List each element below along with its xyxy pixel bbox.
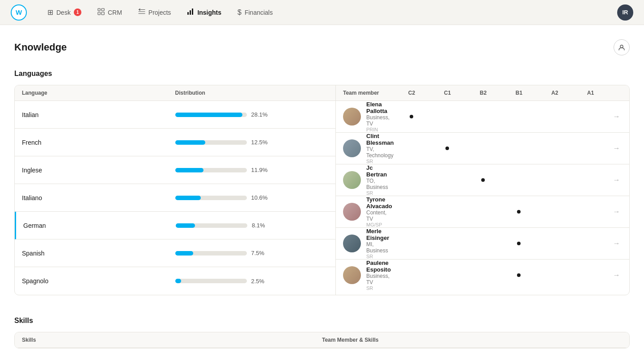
member-info: Paulene Esposito Business, TV SR: [343, 260, 394, 291]
member-info: Clint Blessman TV, Technology SR: [343, 133, 394, 164]
member-arrow[interactable]: →: [608, 113, 624, 121]
bar-fill: [175, 113, 242, 117]
language-row[interactable]: Spanish 7.5%: [15, 239, 335, 267]
member-dept: TV, Technology: [366, 146, 394, 159]
col-skills: Skills: [22, 337, 322, 343]
level-b2: [465, 178, 501, 182]
member-arrow[interactable]: →: [608, 176, 624, 184]
nav-item-financials[interactable]: $ Financials: [231, 5, 279, 20]
svg-rect-1: [98, 12, 100, 15]
member-arrow[interactable]: →: [608, 208, 624, 216]
member-arrow[interactable]: →: [608, 271, 624, 279]
member-role: SR: [366, 285, 394, 291]
language-row[interactable]: Italian 28.1%: [15, 101, 335, 129]
bar-label: 8.1%: [252, 222, 265, 229]
distribution-cell: 10.6%: [175, 194, 329, 201]
languages-table: Language Distribution Italian 28.1% Fren…: [14, 85, 630, 295]
bar-fill: [175, 279, 181, 283]
level-b1: [501, 210, 537, 214]
crm-icon: [97, 8, 105, 17]
member-row[interactable]: Jc Bertran TO, Business SR →: [336, 164, 630, 196]
level-dot: [445, 147, 449, 150]
nav-item-desk[interactable]: ⊞ Desk 1: [41, 4, 88, 20]
member-text: Paulene Esposito Business, TV SR: [366, 260, 394, 291]
level-c2: [394, 115, 429, 118]
languages-section: Languages Language Distribution Italian …: [14, 70, 630, 295]
col-team-member-skills: Team Member & Skills: [322, 337, 622, 343]
col-c1: C1: [429, 90, 465, 96]
avatar: [343, 171, 361, 189]
split-table: Language Distribution Italian 28.1% Fren…: [15, 85, 629, 295]
distribution-cell: 2.5%: [175, 278, 329, 285]
member-dept: Business, TV: [366, 114, 394, 127]
level-dot: [410, 115, 413, 118]
lang-name: German: [23, 222, 176, 229]
nav-item-projects[interactable]: Projects: [132, 4, 178, 21]
lang-name: Spanish: [22, 250, 175, 257]
member-name: Elena Pallotta: [366, 101, 394, 114]
member-row[interactable]: Tyrone Alvacado Content, TV MG/SP →: [336, 196, 630, 228]
skills-section: Skills Skills Team Member & Skills: [14, 317, 630, 348]
avatar: [343, 266, 361, 284]
member-name: Clint Blessman: [366, 133, 394, 146]
bar-fill: [175, 168, 203, 172]
lang-name: Spagnolo: [22, 277, 175, 285]
level-dot: [481, 178, 485, 182]
member-text: Elena Pallotta Business, TV PRIN: [366, 101, 394, 132]
member-role: PRIN: [366, 127, 394, 132]
main-content: Knowledge Languages Language Distributio…: [0, 25, 644, 352]
bar-label: 2.5%: [251, 278, 265, 285]
bar-bg: [175, 279, 247, 283]
language-row[interactable]: Italiano 10.6%: [15, 184, 335, 212]
left-panel: Language Distribution Italian 28.1% Fren…: [15, 85, 336, 295]
avatar: [343, 203, 361, 221]
member-row[interactable]: Merle Eisinger MI, Business SR →: [336, 228, 630, 260]
member-row[interactable]: Clint Blessman TV, Technology SR →: [336, 133, 630, 164]
bar-bg: [175, 196, 247, 200]
svg-rect-4: [187, 12, 189, 15]
bar-bg: [175, 251, 247, 256]
member-dept: Content, TV: [366, 210, 394, 222]
lang-name: Inglese: [22, 167, 175, 174]
col-team-member: Team member: [343, 90, 394, 96]
level-dot: [517, 242, 521, 245]
member-arrow[interactable]: →: [608, 144, 624, 152]
language-row[interactable]: Inglese 11.9%: [15, 156, 335, 184]
languages-title: Languages: [14, 70, 630, 78]
member-dept: TO, Business: [366, 178, 394, 190]
page-action-icon[interactable]: [614, 39, 630, 55]
logo[interactable]: W: [11, 4, 27, 21]
svg-rect-5: [190, 10, 191, 15]
member-text: Merle Eisinger MI, Business SR: [366, 228, 394, 259]
language-row[interactable]: French 12.5%: [15, 129, 335, 156]
financials-icon: $: [237, 8, 242, 17]
user-avatar[interactable]: IR: [617, 4, 633, 21]
level-c1: [429, 147, 465, 150]
language-row[interactable]: Spagnolo 2.5%: [15, 267, 335, 295]
bar-label: 10.6%: [251, 194, 268, 201]
col-distribution: Distribution: [175, 90, 329, 96]
member-row[interactable]: Elena Pallotta Business, TV PRIN →: [336, 101, 630, 133]
bar-fill: [176, 223, 195, 228]
language-row[interactable]: German 8.1%: [15, 212, 335, 239]
skills-table: Skills Team Member & Skills: [14, 332, 630, 348]
member-name: Paulene Esposito: [366, 260, 394, 273]
member-role: SR: [366, 159, 394, 164]
lang-name: French: [22, 139, 175, 146]
member-row[interactable]: Paulene Esposito Business, TV SR →: [336, 260, 630, 291]
svg-point-7: [620, 45, 623, 48]
svg-rect-2: [102, 8, 104, 11]
avatar: [343, 108, 361, 126]
navbar: W ⊞ Desk 1 CRM: [0, 0, 644, 25]
member-info: Tyrone Alvacado Content, TV MG/SP: [343, 196, 394, 227]
svg-rect-6: [192, 8, 193, 15]
member-arrow[interactable]: →: [608, 239, 624, 247]
avatar: [343, 235, 361, 252]
nav-item-crm[interactable]: CRM: [91, 4, 128, 21]
right-panel: Team member C2 C1 B2 B1 A2 A1 Elena Pall…: [336, 85, 630, 295]
member-role: SR: [366, 190, 394, 196]
nav-item-insights[interactable]: Insights: [181, 4, 228, 21]
member-text: Tyrone Alvacado Content, TV MG/SP: [366, 196, 394, 227]
bar-fill: [175, 196, 201, 200]
level-b1: [501, 242, 537, 245]
